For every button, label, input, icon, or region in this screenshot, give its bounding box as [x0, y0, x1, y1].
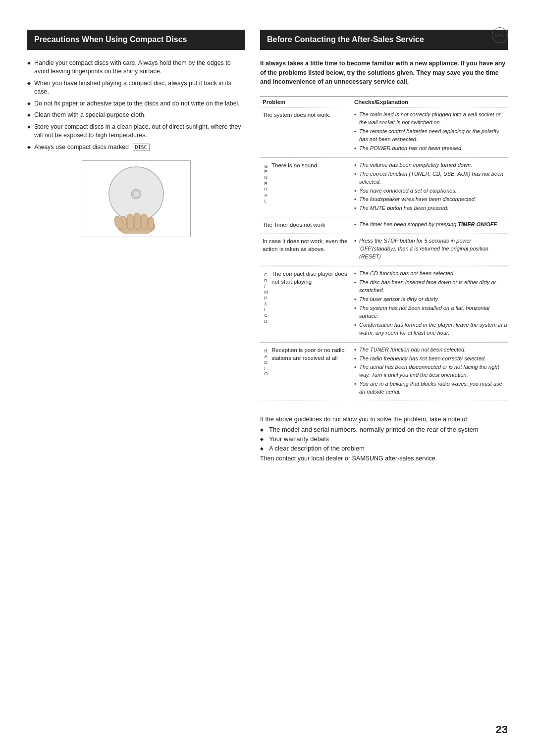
list-item: Press the STOP button for 5 seconds in p… — [354, 237, 508, 261]
bottom-list: The model and serial numbers, normally p… — [260, 426, 508, 452]
side-label: CD/MP3ICD — [263, 270, 269, 324]
table-row: GENERAL There is no sound The volume has… — [260, 157, 508, 218]
table-row: In case it does not work, even the actio… — [260, 234, 508, 266]
svg-rect-6 — [134, 213, 140, 230]
list-item: The system has not been installed on a f… — [354, 304, 508, 320]
list-item: The model and serial numbers, normally p… — [260, 426, 508, 433]
bottom-outro: Then contact your local dealer or SAMSUN… — [260, 455, 508, 462]
list-item: The radio frequency has not been correct… — [354, 355, 508, 363]
disc-mark-icon: DISC — [133, 144, 150, 151]
table-row: The Timer does not work The timer has be… — [260, 217, 508, 234]
checks-header: Checks/Explanation — [354, 99, 508, 105]
list-item: When you have finished playing a compact… — [27, 79, 245, 97]
table-row: CD/MP3ICD The compact disc player does n… — [260, 266, 508, 342]
problem-cell: CD/MP3ICD The compact disc player does n… — [260, 270, 354, 338]
list-item: You have connected a set of earphones. — [354, 187, 508, 195]
list-item: The correct function (TUNER, CD, USB, AU… — [354, 170, 508, 186]
list-item: The aerial has been disconnected or is n… — [354, 363, 508, 379]
list-item: The disc has been inserted face down or … — [354, 279, 508, 295]
list-item: The MUTE button has been pressed. — [354, 204, 508, 212]
right-column: Before Contacting the After-Sales Servic… — [260, 30, 508, 401]
intro-text: It always takes a little time to become … — [260, 59, 508, 87]
top-section: Precautions When Using Compact Discs Han… — [27, 30, 508, 401]
problem-cell: In case it does not work, even the actio… — [260, 237, 354, 262]
list-item: You are in a building that blocks radio … — [354, 380, 508, 396]
checks-cell: The timer has been stopped by pressing T… — [354, 221, 508, 230]
hand-svg — [87, 164, 186, 234]
list-item: Always use compact discs marked DISC — [27, 143, 245, 152]
page: ENG Precautions When Using Compact Discs… — [0, 0, 535, 756]
svg-rect-5 — [127, 214, 133, 230]
svg-rect-8 — [148, 217, 154, 230]
list-item: Your warranty details — [260, 435, 508, 443]
list-item: The TUNER function has not been selected… — [354, 346, 508, 354]
precautions-list: Handle your compact discs with care. Alw… — [27, 59, 245, 152]
problem-header: Problem — [260, 99, 354, 105]
list-item: Clean them with a special-purpose cloth. — [27, 111, 245, 120]
table-row: The system does not work. The main lead … — [260, 107, 508, 157]
checks-cell: The main lead is not correctly plugged i… — [354, 111, 508, 153]
problem-cell: The system does not work. — [260, 111, 354, 153]
right-section-header: Before Contacting the After-Sales Servic… — [260, 30, 508, 50]
checks-cell: Press the STOP button for 5 seconds in p… — [354, 237, 508, 262]
svg-point-2 — [134, 192, 139, 197]
list-item: A clear description of the problem — [260, 445, 508, 452]
list-item: The timer has been stopped by pressing T… — [354, 221, 508, 229]
bottom-section: If the above guidelines do not allow you… — [27, 416, 508, 462]
list-item: Do not fix paper or adhesive tape to the… — [27, 100, 245, 108]
disc-hand-illustration — [82, 160, 191, 237]
list-item: Store your compact discs in a clean plac… — [27, 123, 245, 140]
list-item: The loudspeaker wires have been disconne… — [354, 196, 508, 203]
list-item: The remote control batteries need replac… — [354, 128, 508, 144]
checks-cell: The volume has been completely turned do… — [354, 161, 508, 214]
eng-badge: ENG — [492, 27, 508, 43]
list-item: Handle your compact discs with care. Alw… — [27, 59, 245, 76]
bottom-intro: If the above guidelines do not allow you… — [260, 416, 508, 423]
page-number: 23 — [496, 723, 508, 736]
list-item: Condensation has formed in the player: l… — [354, 321, 508, 337]
problem-cell: The Timer does not work — [260, 221, 354, 230]
list-item: The laser sensor is dirty or dusty. — [354, 296, 508, 303]
list-item: The POWER button has not been pressed. — [354, 145, 508, 152]
left-section-header: Precautions When Using Compact Discs — [27, 30, 245, 50]
table-header-row: Problem Checks/Explanation — [260, 97, 508, 107]
problem-cell: RADIO Reception is poor or no radio stat… — [260, 346, 354, 398]
list-item: The main lead is not correctly plugged i… — [354, 111, 508, 127]
list-item: The CD function has not been selected. — [354, 270, 508, 278]
table-row: RADIO Reception is poor or no radio stat… — [260, 342, 508, 402]
list-item: The volume has been completely turned do… — [354, 161, 508, 169]
svg-rect-7 — [141, 214, 147, 230]
troubleshoot-table: Problem Checks/Explanation The system do… — [260, 97, 508, 401]
left-column: Precautions When Using Compact Discs Han… — [27, 30, 245, 401]
side-label: RADIO — [263, 346, 269, 377]
problem-cell: GENERAL There is no sound — [260, 161, 354, 214]
checks-cell: The TUNER function has not been selected… — [354, 346, 508, 398]
side-label: GENERAL — [263, 161, 269, 204]
checks-cell: The CD function has not been selected. T… — [354, 270, 508, 338]
